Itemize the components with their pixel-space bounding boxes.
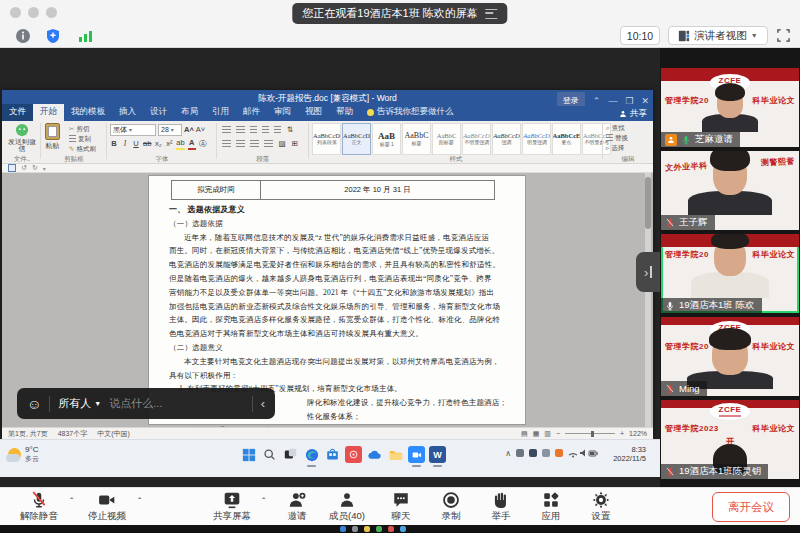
replace-button[interactable]: 替换 [606, 133, 650, 143]
sort-button[interactable]: ⇅ [286, 125, 294, 135]
tab-home[interactable]: 开始 [33, 104, 64, 121]
tray-app-icon[interactable] [542, 449, 550, 457]
underline-button[interactable]: U [132, 139, 140, 149]
participant-tile[interactable]: ZCFE 管理学院2023科毕业论文 开 19酒店本1班陈灵钥 [661, 400, 799, 479]
style-intense-emphasis[interactable]: AaBbCcD明显强调 [522, 123, 551, 155]
wifi-volume-battery-icons[interactable] [568, 448, 598, 458]
tab-file[interactable]: 文件 [2, 104, 33, 121]
char-border-button[interactable]: Ⓐ [199, 139, 207, 149]
style-normal[interactable]: AaBbCcD正文 [342, 123, 371, 155]
tray-app-icon[interactable] [555, 449, 563, 457]
shading-button[interactable]: ▨ [278, 139, 286, 149]
print-layout-icon[interactable]: ▦ [533, 430, 540, 438]
tab-design[interactable]: 设计 [143, 104, 174, 121]
cut-button[interactable]: ✂剪切 [69, 124, 96, 134]
taskbar-weather-widget[interactable]: 9°C多云 [8, 445, 39, 464]
bold-button[interactable]: B [110, 139, 118, 149]
style-subtle-emphasis[interactable]: AaBbCcD不明显强调 [462, 123, 491, 155]
participant-tile-active-speaker[interactable]: 管理学院20科毕业论文 19酒店本1班 陈欢 [661, 234, 799, 313]
taskbar-clock[interactable]: 8:33 2022/11/5 [613, 445, 646, 463]
font-size-select[interactable]: 28 ▾ [158, 124, 182, 136]
multilevel-list-button[interactable] [250, 126, 257, 134]
chat-audience-select[interactable]: 所有人▼ [58, 396, 101, 411]
style-subtitle[interactable]: AaBbC副标题 [432, 123, 461, 155]
zoom-slider[interactable] [565, 433, 615, 434]
edge-browser-icon[interactable] [303, 446, 320, 463]
watching-banner[interactable]: 您正在观看19酒店本1班 陈欢的屏幕 [292, 3, 507, 24]
window-close-button[interactable] [10, 7, 21, 18]
view-mode-button[interactable]: 演讲者视图 ▼ [668, 26, 768, 45]
increase-indent-button[interactable] [274, 126, 281, 134]
superscript-button[interactable]: x² [165, 139, 173, 149]
banner-menu-icon[interactable] [486, 9, 498, 19]
redo-icon[interactable]: ↻ [32, 164, 38, 172]
strikethrough-button[interactable]: ab [143, 139, 151, 149]
send-to-wechat-button[interactable]: 发送到微信 [6, 121, 38, 152]
emoji-icon[interactable]: ☺ [27, 397, 41, 411]
participant-tile[interactable]: 文外业半科测警熙誉 王子辉 [661, 151, 799, 230]
share-screen-button[interactable]: 共享屏幕 [203, 491, 261, 523]
highlight-button[interactable]: ab [176, 138, 184, 150]
search-button[interactable] [261, 446, 278, 463]
tell-me-box[interactable]: 告诉我你想要做什么 [360, 104, 461, 121]
settings-button[interactable]: 设置 [572, 491, 630, 523]
meeting-security-button[interactable] [42, 26, 64, 45]
paste-button[interactable]: 粘贴 [45, 123, 60, 151]
file-explorer-icon[interactable] [387, 446, 404, 463]
chat-input[interactable]: 说点什么... [109, 396, 243, 411]
music-app-icon[interactable] [345, 446, 362, 463]
store-icon[interactable] [324, 446, 341, 463]
fullscreen-button[interactable] [772, 26, 794, 45]
select-button[interactable]: ▹选择 [606, 143, 650, 153]
meeting-info-button[interactable] [12, 26, 34, 45]
find-button[interactable]: ⌕查找 [606, 123, 650, 133]
tray-chevron-icon[interactable]: ∧ [505, 449, 511, 458]
window-minimize-button[interactable] [28, 7, 39, 18]
style-heading1[interactable]: AaB标题 1 [372, 123, 401, 155]
leave-meeting-button[interactable]: 离开会议 [712, 492, 790, 522]
numbering-button[interactable] [236, 126, 245, 134]
document-scrollbar-thumb[interactable] [645, 177, 651, 229]
bullets-button[interactable] [222, 126, 231, 134]
font-color-button[interactable]: A [188, 138, 196, 150]
copy-button[interactable]: 复制 [69, 134, 96, 144]
read-mode-icon[interactable]: ▤ [521, 430, 528, 438]
tab-references[interactable]: 引用 [205, 104, 236, 121]
tab-layout[interactable]: 布局 [174, 104, 205, 121]
stop-video-button[interactable]: 停止视频 [78, 491, 136, 523]
participant-tile[interactable]: ZCFE 管理学院20科毕业论文 Ming [661, 317, 799, 396]
onedrive-icon[interactable] [366, 446, 383, 463]
members-button[interactable]: 成员(40) [318, 491, 376, 523]
dock-app-icon[interactable] [388, 526, 394, 532]
mute-options-chevron[interactable]: ˆ [70, 496, 73, 506]
tab-my-templates[interactable]: 我的模板 [64, 104, 112, 121]
style-list-paragraph[interactable]: AaBbCcD列表段落 [312, 123, 341, 155]
font-name-select[interactable]: 黑体 ▾ [110, 124, 156, 136]
dock-app-icon[interactable] [400, 526, 406, 532]
style-title[interactable]: AaBbC标题 [402, 123, 431, 155]
style-strong[interactable]: AaBbCcE要点 [552, 123, 581, 155]
task-view-button[interactable] [282, 446, 299, 463]
video-options-chevron[interactable]: ˆ [138, 496, 141, 506]
format-painter-button[interactable]: ✎格式刷 [69, 144, 96, 154]
zoom-in-button[interactable]: + [620, 430, 624, 437]
start-button[interactable] [240, 446, 257, 463]
word-share-button[interactable]: 共享 [619, 108, 647, 120]
style-emphasis[interactable]: AaBbCcD强调 [492, 123, 521, 155]
align-center-button[interactable] [236, 140, 245, 148]
dock-app-icon[interactable] [364, 526, 370, 532]
network-quality-button[interactable] [74, 26, 96, 45]
save-icon[interactable] [8, 164, 16, 172]
align-right-button[interactable] [250, 140, 259, 148]
dock-app-icon[interactable] [376, 526, 382, 532]
meeting-app-icon[interactable] [408, 446, 425, 463]
tab-help[interactable]: 帮助 [329, 104, 360, 121]
zoom-out-button[interactable]: − [556, 430, 560, 437]
qat-customize-icon[interactable]: ▾ [43, 165, 46, 172]
undo-icon[interactable]: ↺ [21, 164, 27, 172]
collapse-chat-icon[interactable]: ‹ [261, 396, 265, 411]
tab-view[interactable]: 视图 [298, 104, 329, 121]
share-options-chevron[interactable]: ˆ [262, 496, 265, 506]
participant-tile[interactable]: ZCFE 管理学院20科毕业论文 开 芝麻邀请 [661, 68, 799, 147]
web-layout-icon[interactable]: ▥ [544, 430, 551, 438]
